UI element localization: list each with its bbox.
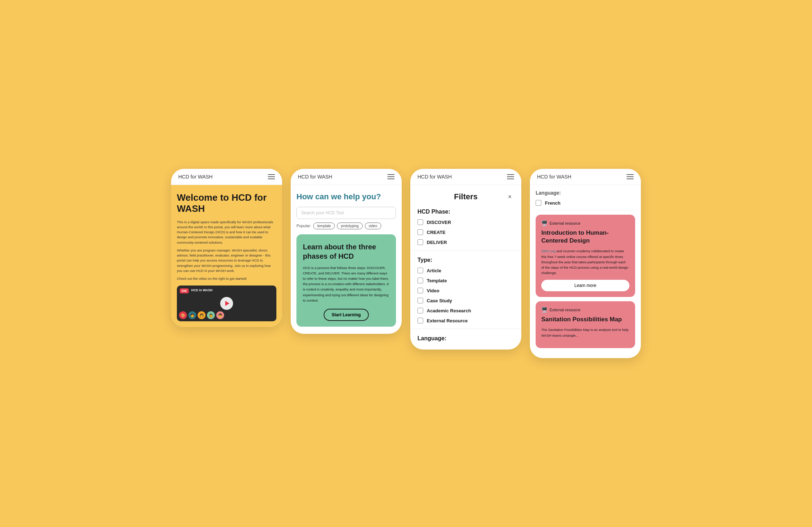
screen4-resource1-desc: IDEO.org and Acumen Academy collaborated… bbox=[541, 248, 629, 275]
screen2-content: How can we help you? Search your HCD Too… bbox=[291, 185, 402, 334]
screen3-filter-external: External Resource bbox=[410, 316, 521, 326]
screen3-checkbox-video[interactable] bbox=[417, 288, 423, 293]
screen3-language-label: Language: bbox=[410, 332, 521, 344]
avatar-3: 👩 bbox=[198, 311, 206, 319]
screen1-para2: Whether you are program manager, WASH sp… bbox=[177, 248, 276, 273]
avatar-2: 🧑 bbox=[188, 311, 196, 319]
screen1-topbar: HCD for WASH bbox=[171, 169, 282, 185]
screen4-language-section: Language: French bbox=[536, 185, 635, 210]
screen4-resource-card-1: 🖥️ External resource Introduction to Hum… bbox=[536, 215, 635, 297]
screen3-checkbox-case-study[interactable] bbox=[417, 298, 423, 303]
screen-4-phone: HCD for WASH Language: French 🖥️ Externa… bbox=[530, 169, 641, 358]
screen2-phases-body: HCD is a process that follows three step… bbox=[303, 265, 390, 303]
screen3-label-create: CREATE bbox=[427, 230, 445, 235]
screen3-filter-article: Article bbox=[410, 265, 521, 275]
screen1-check-out: Check out the video on the right to get … bbox=[177, 276, 276, 281]
screen3-menu-icon[interactable] bbox=[507, 174, 514, 179]
screen3-label-case-study: Case Study bbox=[427, 298, 452, 303]
screen3-label-template: Template bbox=[427, 278, 447, 283]
screen2-menu-icon[interactable] bbox=[387, 174, 395, 179]
screen3-checkbox-discover[interactable] bbox=[417, 219, 423, 225]
screen1-heading: Welcome to HCD for WASH bbox=[177, 192, 276, 214]
screen1-video-title: HCD in WASH bbox=[191, 288, 213, 292]
screen4-resource2-tag-icon: 🖥️ bbox=[541, 307, 547, 313]
screen4-checkbox-french[interactable] bbox=[536, 200, 541, 206]
screen1-video-thumbnail[interactable]: iDE HCD in WASH 🎨 🧑 👩 🙍 👦 bbox=[177, 286, 276, 321]
screen3-checkbox-deliver[interactable] bbox=[417, 239, 423, 245]
screen3-filters-modal: Filters × HCD Phase: DISCOVER CREATE DEL… bbox=[410, 185, 521, 350]
screen3-label-discover: DISCOVER bbox=[427, 220, 451, 225]
screen-2-phone: HCD for WASH How can we help you? Search… bbox=[291, 169, 402, 334]
screen3-filter-case-study: Case Study bbox=[410, 296, 521, 306]
screen1-menu-icon[interactable] bbox=[268, 174, 275, 179]
screens-container: HCD for WASH Welcome to HCD for WASH Thi… bbox=[171, 169, 641, 358]
screen2-search-input[interactable]: Search your HCD Tool bbox=[296, 207, 396, 219]
screen3-topbar: HCD for WASH bbox=[410, 169, 521, 185]
screen3-filter-create: CREATE bbox=[410, 227, 521, 237]
screen1-video-ide-logo: iDE bbox=[180, 288, 189, 293]
screen3-filters-title: Filters bbox=[426, 192, 506, 201]
screen3-checkbox-article[interactable] bbox=[417, 268, 423, 273]
screen4-label-french: French bbox=[545, 200, 560, 206]
avatar-4: 🙍 bbox=[207, 311, 215, 319]
screen2-topbar-title: HCD for WASH bbox=[298, 174, 332, 180]
screen4-resource1-title: Introduction to Human-Centered Design bbox=[541, 229, 629, 245]
screen2-phases-heading: Learn about the three phases of HCD bbox=[303, 242, 390, 261]
screen-3-phone: HCD for WASH Filters × HCD Phase: DISCOV… bbox=[410, 169, 521, 350]
screen3-filter-academic: Academic Research bbox=[410, 306, 521, 316]
screen2-tag-prototyping[interactable]: prototyping bbox=[337, 223, 362, 229]
avatar-5: 👦 bbox=[216, 311, 224, 319]
screen3-close-button[interactable]: × bbox=[506, 192, 514, 201]
screen4-topbar: HCD for WASH bbox=[530, 169, 641, 185]
screen4-content: Language: French 🖥️ External resource In… bbox=[530, 185, 641, 358]
screen1-topbar-title: HCD for WASH bbox=[178, 174, 213, 180]
screen4-resource2-title: Sanitation Possibilities Map bbox=[541, 316, 629, 323]
screen4-resource2-desc: The Sanitation Possibilities Map is an a… bbox=[541, 327, 629, 338]
screen4-learn-more-button-1[interactable]: Learn more bbox=[541, 280, 629, 291]
screen4-french-option: French bbox=[536, 199, 635, 207]
screen2-start-learning-button[interactable]: Start Learning bbox=[324, 309, 368, 321]
screen3-checkbox-template[interactable] bbox=[417, 278, 423, 283]
screen3-label-academic: Academic Research bbox=[427, 308, 471, 313]
screen3-topbar-title: HCD for WASH bbox=[417, 174, 452, 180]
screen3-checkbox-external[interactable] bbox=[417, 318, 423, 323]
avatar-1: 🎨 bbox=[179, 311, 187, 319]
screen3-filter-video: Video bbox=[410, 286, 521, 296]
screen4-resource1-tag-label: External resource bbox=[550, 221, 580, 225]
screen2-topbar: HCD for WASH bbox=[291, 169, 402, 185]
screen4-menu-icon[interactable] bbox=[627, 174, 634, 179]
screen1-video-avatars: 🎨 🧑 👩 🙍 👦 bbox=[179, 311, 224, 319]
screen2-tag-template[interactable]: template bbox=[313, 223, 335, 229]
screen3-filters-header: Filters × bbox=[410, 185, 521, 205]
screen3-filter-deliver: DELIVER bbox=[410, 237, 521, 247]
screen3-label-deliver: DELIVER bbox=[427, 240, 447, 245]
screen1-para1: This is a digital space made specificall… bbox=[177, 220, 276, 245]
screen3-label-video: Video bbox=[427, 288, 439, 293]
screen4-resource-card-2: 🖥️ External resource Sanitation Possibil… bbox=[536, 301, 635, 348]
screen3-label-article: Article bbox=[427, 268, 441, 273]
screen4-resource1-tag-icon: 🖥️ bbox=[541, 220, 547, 226]
screen2-hcd-phases-card: Learn about the three phases of HCD HCD … bbox=[296, 234, 396, 327]
screen3-checkbox-create[interactable] bbox=[417, 229, 423, 235]
screen2-help-heading: How can we help you? bbox=[296, 192, 396, 201]
screen-1-phone: HCD for WASH Welcome to HCD for WASH Thi… bbox=[171, 169, 282, 327]
screen3-checkbox-academic[interactable] bbox=[417, 308, 423, 313]
screen4-resource2-tag-label: External resource bbox=[550, 308, 580, 312]
screen1-hero: Welcome to HCD for WASH This is a digita… bbox=[171, 185, 282, 327]
screen3-type-label: Type: bbox=[410, 253, 521, 265]
screen3-hcd-phase-label: HCD Phase: bbox=[410, 205, 521, 217]
screen4-resource2-tag: 🖥️ External resource bbox=[541, 307, 629, 313]
screen4-resource1-link[interactable]: IDEO.org bbox=[541, 249, 556, 253]
screen1-play-button[interactable] bbox=[220, 297, 233, 310]
screen4-resource1-tag: 🖥️ External resource bbox=[541, 220, 629, 226]
screen3-label-external: External Resource bbox=[427, 318, 468, 323]
screen4-language-label: Language: bbox=[536, 190, 635, 196]
screen2-popular-row: Popular: template prototyping video bbox=[296, 223, 396, 229]
screen3-filter-template: Template bbox=[410, 275, 521, 286]
screen3-filter-discover: DISCOVER bbox=[410, 217, 521, 227]
screen2-tag-video[interactable]: video bbox=[365, 223, 381, 229]
screen4-topbar-title: HCD for WASH bbox=[537, 174, 571, 180]
screen2-popular-label: Popular: bbox=[296, 224, 311, 228]
